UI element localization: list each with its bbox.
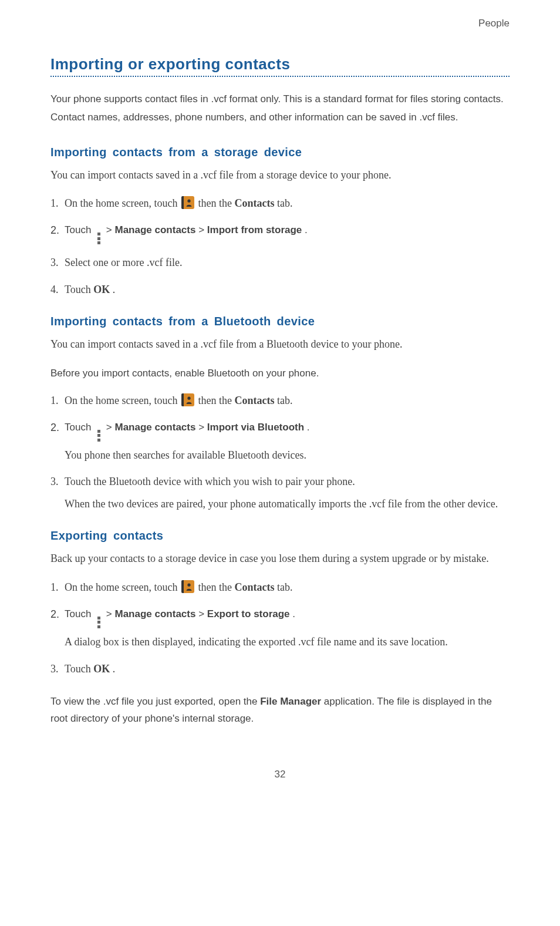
- svg-point-1: [187, 396, 190, 399]
- text-fragment: >: [106, 224, 115, 235]
- text-fragment: then the: [198, 197, 234, 209]
- text-fragment: tab.: [277, 197, 293, 209]
- text-fragment: >: [198, 422, 207, 433]
- text-fragment: .: [292, 608, 295, 619]
- menu-import-via-bluetooth: Import via Bluetooth: [207, 422, 304, 433]
- page-title: Importing or exporting contacts: [50, 55, 510, 73]
- export-step-3: Touch OK .: [50, 661, 510, 678]
- text-fragment: .: [113, 663, 116, 675]
- text-fragment: .: [307, 422, 310, 433]
- intro-paragraph: Your phone supports contact files in .vc…: [50, 90, 510, 127]
- storage-steps: On the home screen, touch then the Conta…: [50, 196, 510, 298]
- text-fragment: Touch: [65, 422, 94, 433]
- text-fragment: Touch the Bluetooth device with which yo…: [65, 476, 355, 487]
- storage-step-3: Select one or more .vcf file.: [50, 255, 510, 271]
- overflow-menu-icon: [97, 617, 101, 628]
- subheading-storage: Importing contacts from a storage device: [50, 146, 510, 159]
- text-fragment: .: [305, 224, 308, 235]
- contacts-tab-label: Contacts: [234, 395, 274, 406]
- bluetooth-steps: On the home screen, touch then the Conta…: [50, 393, 510, 513]
- breadcrumb: People: [50, 18, 510, 29]
- export-outro: To view the .vcf file you just exported,…: [50, 693, 510, 728]
- text-fragment: Touch: [65, 663, 93, 675]
- text-fragment: Touch: [65, 224, 94, 235]
- bluetooth-step-1: On the home screen, touch then the Conta…: [50, 393, 510, 409]
- text-fragment: On the home screen, touch: [65, 581, 180, 593]
- text-fragment: >: [198, 224, 207, 235]
- file-manager-label: File Manager: [260, 696, 321, 707]
- bluetooth-step-3-sub: When the two devices are paired, your ph…: [65, 496, 510, 513]
- text-fragment: then the: [198, 395, 234, 406]
- bluetooth-pre-note: Before you import contacts, enable Bluet…: [50, 365, 510, 382]
- menu-manage-contacts: Manage contacts: [114, 224, 195, 235]
- text-fragment: .: [113, 284, 116, 295]
- menu-export-to-storage: Export to storage: [207, 608, 290, 619]
- text-fragment: then the: [198, 581, 234, 593]
- contacts-app-icon: [181, 196, 194, 209]
- ok-label: OK: [93, 284, 110, 295]
- bluetooth-step-2-sub: You phone then searches for available Bl…: [65, 447, 510, 464]
- contacts-tab-label: Contacts: [234, 581, 274, 593]
- menu-manage-contacts: Manage contacts: [114, 608, 195, 619]
- storage-step-1: On the home screen, touch then the Conta…: [50, 196, 510, 212]
- ok-label: OK: [93, 663, 110, 675]
- title-divider: [50, 76, 510, 77]
- contacts-app-icon: [181, 393, 194, 406]
- export-steps: On the home screen, touch then the Conta…: [50, 580, 510, 678]
- text-fragment: >: [106, 608, 115, 619]
- text-fragment: Touch: [65, 284, 93, 295]
- menu-manage-contacts: Manage contacts: [114, 422, 195, 433]
- manual-page: People Importing or exporting contacts Y…: [0, 0, 560, 810]
- overflow-menu-icon: [97, 233, 101, 244]
- bluetooth-step-2: Touch > Manage contacts > Import via Blu…: [50, 420, 510, 464]
- page-number: 32: [50, 769, 510, 780]
- text-fragment: tab.: [277, 395, 293, 406]
- bluetooth-step-3: Touch the Bluetooth device with which yo…: [50, 474, 510, 513]
- svg-point-2: [187, 583, 190, 586]
- text-fragment: On the home screen, touch: [65, 395, 180, 406]
- menu-import-from-storage: Import from storage: [207, 224, 302, 235]
- text-fragment: >: [198, 608, 207, 619]
- contacts-tab-label: Contacts: [234, 197, 274, 209]
- export-intro: Back up your contacts to a storage devic…: [50, 550, 510, 568]
- text-fragment: Touch: [65, 608, 94, 619]
- subheading-export: Exporting contacts: [50, 529, 510, 543]
- overflow-menu-icon: [97, 430, 101, 442]
- bluetooth-intro: You can import contacts saved in a .vcf …: [50, 335, 510, 353]
- storage-intro: You can import contacts saved in a .vcf …: [50, 166, 510, 184]
- text-fragment: >: [106, 422, 115, 433]
- text-fragment: To view the .vcf file you just exported,…: [50, 696, 260, 707]
- export-step-1: On the home screen, touch then the Conta…: [50, 580, 510, 596]
- text-fragment: tab.: [277, 581, 293, 593]
- export-step-2-sub: A dialog box is then displayed, indicati…: [65, 634, 510, 651]
- text-fragment: On the home screen, touch: [65, 197, 180, 209]
- storage-step-4: Touch OK .: [50, 282, 510, 298]
- subheading-bluetooth: Importing contacts from a Bluetooth devi…: [50, 315, 510, 328]
- svg-point-0: [187, 200, 190, 203]
- storage-step-2: Touch > Manage contacts > Import from st…: [50, 223, 510, 244]
- contacts-app-icon: [181, 580, 194, 593]
- export-step-2: Touch > Manage contacts > Export to stor…: [50, 607, 510, 651]
